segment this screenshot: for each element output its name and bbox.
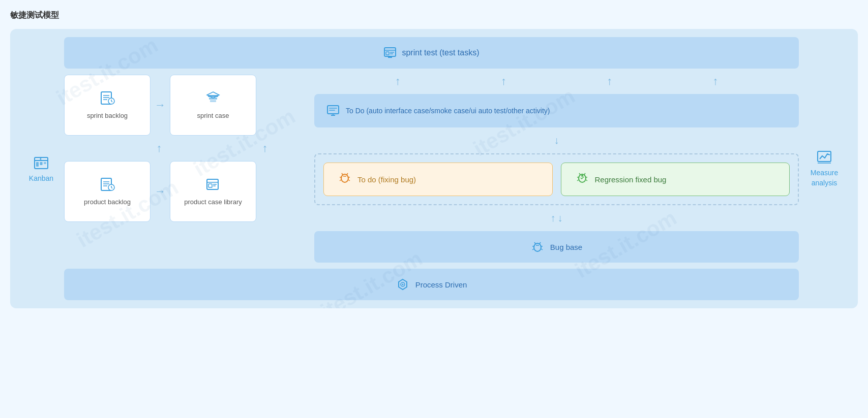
fixing-bug-box: To do (fixing bug) <box>323 163 553 196</box>
kanban-section: Kanban <box>18 37 64 300</box>
product-case-icon <box>205 176 221 192</box>
svg-line-44 <box>340 180 341 181</box>
kanban-label: Kanban <box>29 174 53 182</box>
svg-point-54 <box>581 175 583 177</box>
svg-line-53 <box>586 180 587 181</box>
svg-rect-3 <box>40 162 43 165</box>
sprint-backlog-label: sprint backlog <box>87 111 128 120</box>
process-driven-bar: Process Driven <box>64 269 799 300</box>
svg-line-60 <box>532 249 534 250</box>
svg-rect-4 <box>44 162 46 164</box>
measure-section: Measure analysis <box>799 37 850 300</box>
sprint-test-label: sprint test (test tasks) <box>402 48 479 57</box>
measure-label: Measure analysis <box>804 168 845 188</box>
svg-point-55 <box>534 243 541 251</box>
svg-line-49 <box>584 173 585 175</box>
top-arrows: ↑ ↑ ↑ ↑ <box>314 75 799 88</box>
svg-rect-31 <box>208 184 212 187</box>
svg-line-57 <box>540 242 541 244</box>
sprint-test-bar: sprint test (test tasks) <box>64 37 799 69</box>
svg-line-48 <box>579 173 580 175</box>
svg-rect-66 <box>818 151 831 162</box>
product-case-label: product case library <box>184 198 242 207</box>
middle-section: sprint backlog → sprint case <box>64 75 799 263</box>
sprint-backlog-icon <box>99 90 115 106</box>
bug-base-label: Bug base <box>550 243 582 251</box>
regression-bug-icon <box>576 171 589 187</box>
product-backlog-icon <box>99 176 115 192</box>
bug-base-bar: Bug base <box>314 231 799 263</box>
sprint-row: sprint backlog → sprint case <box>64 75 308 136</box>
center-section: sprint test (test tasks) <box>64 37 799 300</box>
measure-icon <box>816 149 832 165</box>
fixing-bug-label: To do (fixing bug) <box>357 175 416 184</box>
regression-bug-box: Regression fixed bug <box>561 163 790 196</box>
sprint-backlog-card: sprint backlog <box>64 75 151 136</box>
svg-line-40 <box>342 173 343 175</box>
svg-rect-35 <box>329 108 337 109</box>
product-backlog-label: product backlog <box>84 198 131 207</box>
todo-activity-bar: To Do (auto interface case/smoke case/ui… <box>314 94 799 127</box>
sprint-test-icon <box>383 46 397 59</box>
regression-bug-label: Regression fixed bug <box>595 175 667 184</box>
svg-line-41 <box>347 173 348 175</box>
product-backlog-card: product backlog <box>64 161 151 222</box>
svg-rect-36 <box>329 110 335 111</box>
arrow-up-1: ↑ <box>395 75 401 88</box>
boxes-arrow-row: ↑ ↑ <box>64 142 308 155</box>
product-row: product backlog → <box>64 161 308 222</box>
sprint-backlog-up-arrow: ↑ <box>116 142 202 155</box>
svg-line-45 <box>348 180 350 181</box>
process-icon <box>396 278 409 291</box>
arrow-up-3: ↑ <box>607 75 612 88</box>
sprint-case-up-arrow: ↑ <box>222 142 308 155</box>
svg-rect-21 <box>210 100 216 102</box>
activity-section: ↑ ↑ ↑ ↑ T <box>314 75 799 263</box>
sprint-case-icon <box>205 90 221 106</box>
kanban-icon <box>33 155 49 171</box>
sprint-case-card: sprint case <box>170 75 256 136</box>
bug-base-icon <box>531 240 544 253</box>
product-arrow-right: → <box>155 185 166 198</box>
svg-rect-7 <box>386 52 389 55</box>
svg-point-65 <box>402 284 403 285</box>
process-driven-label: Process Driven <box>415 280 467 289</box>
svg-line-52 <box>577 180 579 181</box>
todo-icon <box>326 104 340 117</box>
main-diagram: itest.it.com itest.it.com itest.it.com i… <box>10 29 858 308</box>
sprint-arrow-right: → <box>155 99 166 112</box>
svg-point-39 <box>341 174 348 182</box>
svg-line-61 <box>541 249 543 250</box>
arrow-up-2: ↑ <box>501 75 506 88</box>
boxes-column: sprint backlog → sprint case <box>64 75 308 263</box>
bug-dashed-section: To do (fixing bug) <box>314 153 799 205</box>
fixing-bug-icon <box>338 171 351 187</box>
double-arrow: ↑↓ <box>314 212 799 224</box>
svg-line-56 <box>534 242 535 244</box>
page-title: 敏捷测试模型 <box>10 10 858 21</box>
sprint-case-label: sprint case <box>197 111 229 120</box>
product-case-card: product case library <box>170 161 256 222</box>
todo-activity-label: To Do (auto interface case/smoke case/ui… <box>346 107 550 115</box>
svg-rect-2 <box>36 162 39 167</box>
arrow-up-4: ↑ <box>712 75 718 88</box>
down-arrow-1: ↓ <box>314 135 799 146</box>
